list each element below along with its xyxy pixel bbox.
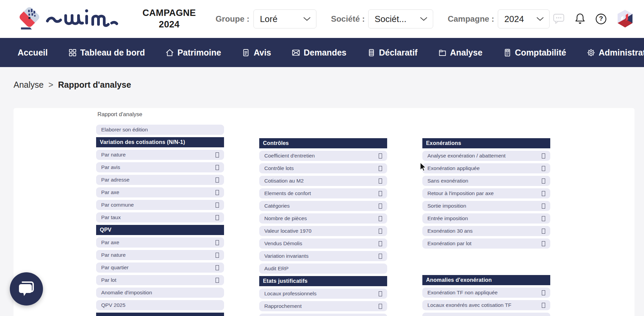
report-row-sans-exoneration[interactable]: Sans exonération (422, 176, 550, 186)
nav-item-declaratif[interactable]: Déclaratif (367, 48, 418, 58)
section-header-label: QPV (100, 227, 111, 233)
groupe-select[interactable]: Loré (253, 9, 316, 28)
report-row-variation-invariants[interactable]: Variation invariants (259, 251, 387, 261)
main-nav: AccueilTableau de bordPatrimoineAvisDema… (0, 38, 644, 67)
report-row-analyse-exoneration-abattement[interactable]: Analyse exonération / abattement (422, 151, 550, 161)
report-row-blank[interactable] (259, 314, 387, 316)
report-row-locaux-exoneres-avec-cotisation-tf[interactable]: Locaux exonérés avec cotisation TF (422, 300, 550, 310)
report-row-label: Analyse exonération / abattement (427, 153, 506, 159)
dashboard-icon (68, 48, 77, 57)
house-icon (165, 48, 174, 57)
report-glyph-icon (542, 241, 545, 246)
nav-item-comptabilite[interactable]: Comptabilité (503, 48, 566, 58)
report-glyph-icon (216, 278, 219, 283)
report-row-label: Sans exonération (427, 178, 468, 184)
report-row-par-avis[interactable]: Par avis (96, 162, 224, 172)
report-row-par-quartier[interactable]: Par quartier (96, 262, 224, 273)
report-row-label: Coefficient d'entretien (264, 153, 315, 159)
report-row-anomalie-d-imposition[interactable]: Anomalie d'imposition (96, 288, 224, 298)
report-row-nombre-de-pieces[interactable]: Nombre de pièces (259, 213, 387, 224)
report-row-rapprochement[interactable]: Rapprochement (259, 301, 387, 311)
help-button[interactable]: ? (595, 13, 607, 25)
report-glyph-icon (542, 153, 545, 159)
nav-item-label: Déclaratif (379, 48, 418, 58)
report-row-par-commune[interactable]: Par commune (96, 200, 224, 210)
report-row-label: Par commune (101, 202, 134, 208)
brand-logo[interactable] (17, 6, 121, 32)
report-row-qpv-2025[interactable]: QPV 2025 (96, 300, 224, 310)
report-row-exoneration-30-ans[interactable]: Exonération 30 ans (422, 226, 550, 236)
report-glyph-icon (216, 253, 219, 258)
report-glyph-icon (379, 166, 382, 171)
nav-item-administration[interactable]: Administration (586, 48, 644, 58)
report-row-par-adresse[interactable]: Par adresse (96, 175, 224, 185)
societe-select[interactable]: Sociét... (368, 9, 433, 28)
report-column-1: Rapport d'analyse Elaborer son éditionVa… (96, 111, 224, 316)
report-row-blank[interactable] (422, 313, 550, 316)
section-header-variation-des-cotisations-n-n-1: Variation des cotisations (N/N-1) (96, 137, 224, 147)
report-row-exoneration-tf-non-appliquee[interactable]: Exonération TF non appliquée (422, 288, 550, 298)
report-row-par-nature[interactable]: Par nature (96, 150, 224, 160)
nav-item-demandes[interactable]: Demandes (291, 48, 346, 58)
report-row-par-axe[interactable]: Par axe (96, 237, 224, 248)
nav-item-accueil[interactable]: Accueil (18, 48, 48, 58)
report-row-label: Elaborer son édition (101, 127, 148, 133)
report-row-cotisation-au-m2[interactable]: Cotisation au M2 (259, 176, 387, 186)
report-row-par-nature[interactable]: Par nature (96, 250, 224, 260)
report-row-locaux-professionnels[interactable]: Locaux professionnels (259, 289, 387, 299)
report-row-label: Locaux professionnels (264, 291, 316, 297)
report-glyph-icon (379, 254, 382, 259)
report-row-par-axe[interactable]: Par axe (96, 187, 224, 197)
breadcrumb-parent[interactable]: Analyse (14, 80, 44, 90)
bell-icon (574, 13, 586, 26)
report-row-controle-lots[interactable]: Contrôle lots (259, 163, 387, 173)
report-glyph-icon (379, 291, 382, 296)
chat-messages-button[interactable] (553, 13, 565, 25)
report-glyph-icon (379, 304, 382, 309)
nav-item-label: Tableau de bord (80, 48, 145, 58)
nav-item-patrimoine[interactable]: Patrimoine (165, 48, 221, 58)
report-row-exoneration-appliquee[interactable]: Exonération appliquée (422, 163, 550, 173)
report-row-exoneration-par-lot[interactable]: Exonération par lot (422, 238, 550, 249)
report-row-label: Par quartier (101, 265, 129, 271)
nav-item-label: Administration (599, 48, 644, 58)
nav-item-label: Accueil (18, 48, 48, 58)
report-row-elaborer-son-edition[interactable]: Elaborer son édition (96, 125, 224, 135)
report-row-label: Par nature (101, 252, 126, 258)
campagne-select[interactable]: 2024 (498, 9, 550, 28)
section-header-blank (96, 313, 224, 316)
nav-item-tableau-de-bord[interactable]: Tableau de bord (68, 48, 145, 58)
nav-item-avis[interactable]: Avis (241, 48, 271, 58)
report-row-label: Contrôle lots (264, 165, 294, 171)
report-row-retour-a-l-imposition-par-axe[interactable]: Retour à l'imposition par axe (422, 188, 550, 198)
chat-dots-icon (553, 13, 565, 25)
report-row-audit-erp[interactable]: Audit ERP (259, 264, 387, 274)
report-row-valeur-locative-1970[interactable]: Valeur locative 1970 (259, 226, 387, 236)
brand-script-icon (45, 7, 121, 31)
report-row-elements-de-confort[interactable]: Elements de confort (259, 188, 387, 198)
app-cube-logo[interactable] (616, 9, 634, 29)
report-row-entree-imposition[interactable]: Entrée imposition (422, 213, 550, 224)
report-row-label: Catégories (264, 203, 290, 209)
section-header-label: Contrôles (263, 140, 289, 146)
report-row-par-lot[interactable]: Par lot (96, 275, 224, 285)
breadcrumb: Analyse > Rapport d'analyse (14, 80, 644, 90)
groupe-value: Loré (260, 14, 277, 24)
report-row-sortie-imposition[interactable]: Sortie imposition (422, 201, 550, 211)
chat-fab-button[interactable] (10, 272, 43, 306)
brand-diamond-icon (17, 6, 43, 32)
gear-icon (586, 48, 596, 57)
report-glyph-icon (216, 177, 219, 183)
report-row-label: Variation invariants (264, 253, 309, 259)
report-row-par-taux[interactable]: Par taux (96, 212, 224, 223)
report-glyph-icon (379, 204, 382, 209)
nav-item-analyse[interactable]: Analyse (438, 48, 483, 58)
chevron-down-icon (420, 17, 427, 21)
notifications-button[interactable] (574, 13, 586, 26)
report-row-vendus-demolis[interactable]: Vendus Démolis (259, 238, 387, 249)
report-card: Rapport d'analyse Elaborer son éditionVa… (14, 108, 635, 316)
report-row-categories[interactable]: Catégories (259, 201, 387, 211)
report-column-2: ContrôlesCoefficient d'entretienContrôle… (259, 111, 387, 316)
report-row-coefficient-d-entretien[interactable]: Coefficient d'entretien (259, 151, 387, 161)
report-glyph-icon (379, 153, 382, 159)
